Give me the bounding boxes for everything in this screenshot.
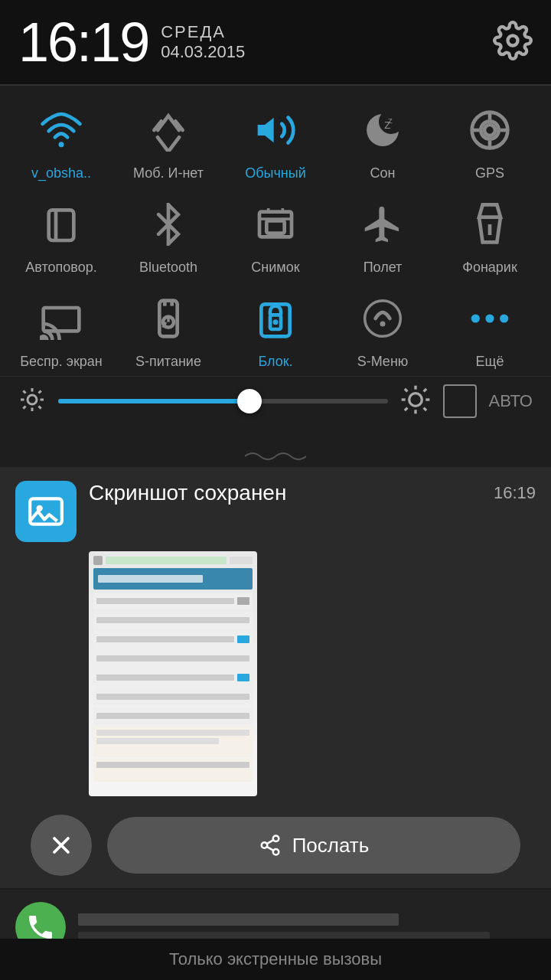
more-label: Ещё [476,354,504,370]
qs-row-1: v_obsha.. Моб. И-нет Обычный [0,93,551,188]
sound-label: Обычный [245,165,306,181]
svg-point-26 [380,322,386,327]
svg-line-36 [38,406,41,408]
gps-label: GPS [475,165,504,181]
emergency-text: Только экстренные вызовы [169,949,382,969]
svg-line-45 [423,408,426,411]
qs-s-power[interactable]: S-питание [122,288,214,370]
svg-line-56 [266,840,273,844]
brightness-slider[interactable] [58,399,388,403]
mobile-data-icon [138,100,199,161]
bluetooth-icon [138,194,199,255]
svg-point-27 [471,314,480,322]
qs-autorotate[interactable]: Автоповор. [15,194,107,276]
svg-line-55 [266,847,273,851]
brightness-auto-label: АВТО [489,391,533,411]
svg-point-1 [59,142,64,147]
qs-row-2: Автоповор. Bluetooth Снимок [0,188,551,282]
brightness-auto-checkbox[interactable] [443,384,477,418]
svg-point-39 [409,394,422,407]
clock: 16:19 [18,11,148,74]
brightness-control: АВТО [0,376,551,429]
brightness-fill [58,399,249,403]
notification-screenshot: Скриншот сохранен 16:19 [0,467,551,888]
block-icon [245,288,306,349]
qs-row-3: Беспр. экран S-питание [0,282,551,376]
qs-bluetooth[interactable]: Bluetooth [122,194,214,276]
block-label: Блок. [258,354,292,370]
notif-content: Скриншот сохранен 16:19 [89,481,536,505]
svg-text:z: z [388,115,393,125]
gps-icon [459,100,520,161]
share-label: Послать [292,834,370,858]
status-bar: 16:19 СРЕДА 04.03.2015 [0,0,551,84]
notif-share-button[interactable]: Послать [107,817,520,874]
svg-point-25 [365,301,401,337]
svg-line-44 [404,389,407,392]
svg-point-28 [485,314,494,322]
notif2-content [78,913,536,941]
more-icon [459,288,520,349]
emergency-bar: Только экстренные вызовы [0,939,551,980]
flashlight-label: Фонарик [462,260,517,276]
qs-block[interactable]: Блок. [230,288,321,370]
day-name: СРЕДА [161,22,245,42]
brightness-low-icon [18,386,46,416]
qs-screenshot[interactable]: Снимок [230,194,321,276]
s-menu-label: S-Меню [357,354,409,370]
qs-wifi[interactable]: v_obsha.. [15,100,107,181]
qs-more[interactable]: Ещё [444,288,536,370]
qs-gps[interactable]: GPS [444,100,536,181]
s-power-label: S-питание [135,354,201,370]
svg-point-5 [484,125,495,136]
qs-sleep[interactable]: z z Сон [337,100,429,181]
screenshot-label: Снимок [251,260,299,276]
svg-line-38 [38,390,41,393]
svg-point-24 [273,319,279,325]
sleep-icon: z z [352,100,413,161]
qs-mobile-data[interactable]: Моб. И-нет [122,100,214,181]
svg-rect-16 [44,308,80,331]
svg-point-29 [500,314,508,322]
sleep-label: Сон [370,165,396,181]
brightness-thumb[interactable] [237,389,262,413]
notif-title-row: Скриншот сохранен 16:19 [89,481,536,505]
svg-point-0 [508,36,518,46]
quick-settings-panel: v_obsha.. Моб. И-нет Обычный [0,86,551,436]
notif-time: 16:19 [494,483,536,503]
cast-label: Беспр. экран [20,354,103,370]
airplane-icon [352,194,413,255]
svg-rect-14 [266,220,284,233]
s-power-icon [138,288,199,349]
flashlight-icon [459,194,520,255]
notification-area: Скриншот сохранен 16:19 [0,467,551,965]
autorotate-icon [31,194,92,255]
cast-icon [31,288,92,349]
notif-header: Скриншот сохранен 16:19 [15,481,536,542]
qs-airplane[interactable]: Полет [337,194,429,276]
date: 04.03.2015 [161,42,245,62]
screenshot-thumbnail [89,551,257,796]
svg-line-46 [404,408,407,411]
svg-point-30 [28,395,37,404]
autorotate-label: Автоповор. [25,260,96,276]
qs-cast[interactable]: Беспр. экран [15,288,107,370]
svg-line-37 [23,406,25,408]
qs-sound[interactable]: Обычный [230,100,321,181]
date-block: СРЕДА 04.03.2015 [161,22,245,62]
notif-actions: Послать [15,802,536,888]
wifi-icon [31,100,92,161]
s-menu-icon [352,288,413,349]
notif-title: Скриншот сохранен [89,481,286,505]
qs-s-menu[interactable]: S-Меню [337,288,429,370]
settings-icon[interactable] [493,21,533,64]
svg-point-17 [40,336,47,340]
wave-divider [0,436,551,467]
mobile-data-label: Моб. И-нет [133,165,204,181]
svg-line-47 [423,389,426,392]
screenshot-icon [245,194,306,255]
qs-flashlight[interactable]: Фонарик [444,194,536,276]
notif-dismiss-button[interactable] [31,815,92,876]
wifi-label: v_obsha.. [31,165,91,181]
svg-rect-11 [49,210,74,240]
